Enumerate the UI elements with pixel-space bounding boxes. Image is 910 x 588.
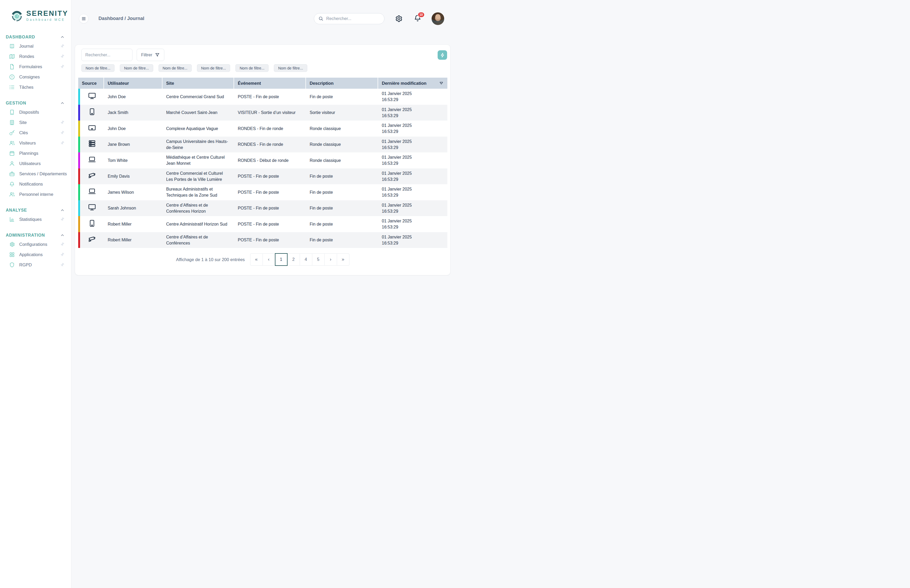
calendar-icon (9, 150, 15, 156)
menu-toggle-button[interactable] (79, 14, 89, 23)
table-row[interactable]: John DoeCentre Commercial Grand SudPOSTE… (78, 89, 448, 105)
pagination-page-4[interactable]: 4 (300, 254, 312, 266)
pagination-page-5[interactable]: 5 (312, 254, 325, 266)
column-header-v-nement[interactable]: Événement (234, 78, 306, 89)
cell-user: Robert Miller (104, 216, 162, 232)
table-row[interactable]: James WilsonBureaux Administratifs et Te… (78, 184, 448, 200)
pin-icon[interactable] (60, 252, 65, 257)
sidebar-item-rgpd[interactable]: RGPD (5, 260, 66, 270)
filter-chip-4[interactable]: Nom de filtre... (197, 64, 230, 72)
cell-last-modified: 01 Janvier 202516:53:29 (378, 232, 448, 248)
pagination-next-button[interactable]: › (324, 254, 337, 266)
pagination-summary: Affichage de 1 à 10 sur 200 entrées (176, 257, 245, 262)
table-row[interactable]: Sarah JohnsonCentre d’Affaires et de Con… (78, 200, 448, 216)
tablet-landscape-icon (88, 124, 96, 133)
sidebar-item-rondes[interactable]: Rondes (5, 51, 66, 61)
global-search-input[interactable] (326, 16, 380, 21)
sort-descending-icon[interactable] (439, 81, 444, 86)
time-line: 16:53:29 (382, 113, 398, 119)
sidebar-section-header[interactable]: GESTION (5, 101, 66, 107)
pin-icon[interactable] (60, 141, 65, 145)
cell-event: POSTE - Fin de poste (234, 200, 306, 216)
global-search[interactable] (314, 13, 385, 24)
table-row[interactable]: Robert MillerCentre d’Affaires et de Con… (78, 232, 448, 248)
sidebar-item-utilisateurs[interactable]: Utilisateurs (5, 158, 66, 169)
avatar[interactable] (432, 12, 444, 25)
sidebar-section-header[interactable]: DASHBOARD (5, 35, 66, 41)
grid-icon (9, 252, 15, 258)
sidebar-section-header[interactable]: ANALYSE (5, 208, 66, 214)
sidebar-item-journal[interactable]: Journal (5, 41, 66, 51)
sidebar-item-cl-s[interactable]: Clés (5, 128, 66, 138)
cell-source (78, 89, 104, 105)
sidebar-item-site[interactable]: Site (5, 117, 66, 128)
filter-chip-3[interactable]: Nom de filtre... (158, 64, 192, 72)
pagination-prev-button[interactable]: ‹ (262, 254, 275, 266)
date-line: 01 Janvier 2025 (382, 218, 412, 224)
time-line: 16:53:29 (382, 192, 398, 198)
pin-icon[interactable] (60, 54, 65, 59)
sidebar-item-formulaires[interactable]: Formulaires (5, 61, 66, 72)
pagination-first-button[interactable]: « (250, 254, 263, 266)
pin-icon[interactable] (60, 120, 65, 125)
time-line: 16:53:29 (382, 144, 398, 150)
sidebar-item-t-ches[interactable]: Tâches (5, 82, 66, 92)
settings-icon[interactable] (395, 15, 402, 23)
date-line: 01 Janvier 2025 (382, 107, 412, 113)
filter-chip-6[interactable]: Nom de filtre... (274, 64, 307, 72)
sidebar-section-label: ANALYSE (6, 208, 27, 213)
chevron-up-icon[interactable] (60, 233, 65, 237)
notifications-button[interactable]: 10 (414, 14, 422, 23)
key-icon (9, 130, 15, 136)
filter-chip-2[interactable]: Nom de filtre... (120, 64, 153, 72)
table-row[interactable]: John DoeComplexe Aquatique VagueRONDES -… (78, 121, 448, 137)
table-row[interactable]: Tom WhiteMédiathèque et Centre Culturel … (78, 152, 448, 168)
pin-icon[interactable] (60, 64, 65, 69)
app-logo: SERENITY Dashboard MCE (0, 0, 71, 23)
cell-source (78, 105, 104, 121)
filter-chip-5[interactable]: Nom de filtre... (235, 64, 268, 72)
column-header-derni-re-modification[interactable]: Dernière modification (378, 78, 448, 89)
pin-icon[interactable] (60, 44, 65, 49)
sidebar-item-plannings[interactable]: Plannings (5, 148, 66, 158)
column-header-description[interactable]: Description (306, 78, 378, 89)
column-header-utilisateur[interactable]: Utilisateur (104, 78, 162, 89)
cell-last-modified: 01 Janvier 202516:53:29 (378, 152, 448, 168)
sidebar-section-header[interactable]: ADMINISTRATION (5, 233, 66, 239)
sidebar-item-statistiques[interactable]: Statistiques (5, 214, 66, 225)
sidebar-item-visiteurs[interactable]: Visiteurs (5, 138, 66, 148)
chevron-up-icon[interactable] (60, 208, 65, 213)
filter-chip-1[interactable]: Nom de filtre... (81, 64, 115, 72)
pin-icon[interactable] (60, 130, 65, 135)
row-accent-bar (78, 200, 80, 216)
column-header-site[interactable]: Site (162, 78, 234, 89)
pagination-last-button[interactable]: » (337, 254, 349, 266)
bell-icon (9, 181, 15, 187)
pagination-page-2[interactable]: 2 (287, 254, 300, 266)
filter-button[interactable]: Filtrer (137, 49, 164, 61)
table-row[interactable]: Jack SmithMarché Couvert Saint-JeanVISIT… (78, 105, 448, 121)
pin-icon[interactable] (60, 242, 65, 247)
table-row[interactable]: Robert MillerCentre Administratif Horizo… (78, 216, 448, 232)
column-header-source[interactable]: Source (78, 78, 104, 89)
table-search-input[interactable] (81, 49, 133, 61)
sidebar-item-personnel-interne[interactable]: Personnel interne (5, 189, 66, 200)
table-row[interactable]: Emily DavisCentre Commercial et Culturel… (78, 168, 448, 184)
main-area: Dashboard / Journal 10 (71, 0, 455, 275)
chevron-up-icon[interactable] (60, 101, 65, 105)
cell-event: RONDES - Fin de ronde (234, 121, 306, 137)
quick-action-button[interactable] (438, 50, 447, 60)
table-row[interactable]: Jane BrownCampus Universitaire des Hauts… (78, 137, 448, 153)
pagination-page-1[interactable]: 1 (275, 253, 288, 266)
cell-last-modified: 01 Janvier 202516:53:29 (378, 121, 448, 137)
sidebar: SERENITY Dashboard MCE DASHBOARDJournalR… (0, 0, 71, 294)
pin-icon[interactable] (60, 217, 65, 222)
sidebar-item-notifications[interactable]: Notifications (5, 179, 66, 189)
chevron-up-icon[interactable] (60, 35, 65, 39)
sidebar-item-services-d-partements[interactable]: Services / Départements (5, 169, 66, 179)
sidebar-item-applications[interactable]: Applications (5, 250, 66, 260)
sidebar-item-dispositifs[interactable]: Dispositifs (5, 107, 66, 117)
sidebar-item-configurations[interactable]: Configurations (5, 239, 66, 250)
pin-icon[interactable] (60, 262, 65, 267)
sidebar-item-consignes[interactable]: Consignes (5, 72, 66, 82)
